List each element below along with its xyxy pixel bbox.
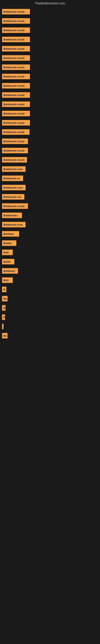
bottleneck-bar: Bottleneck result <box>2 27 30 33</box>
bar-label: Bottleneck resu <box>3 223 23 226</box>
bottleneck-bar: Bottleneck result <box>2 55 30 61</box>
bottleneck-bar: Bottleneck result <box>2 92 30 98</box>
bar-label: Bottleneck r <box>3 214 18 217</box>
bar-label: Bottleneck result <box>3 158 24 162</box>
bottleneck-bar: Bottlene <box>2 231 19 237</box>
bar-row: B <box>2 314 98 320</box>
bar-row: Bottleneck result <box>2 9 98 14</box>
bar-spacer <box>2 283 98 286</box>
bottleneck-bar: Bottleneck resu <box>2 222 26 228</box>
bar-row: Bottlenec <box>2 268 98 274</box>
bar-label: Bottleneck res <box>3 196 21 198</box>
bar-row: Bottleneck r <box>2 212 98 218</box>
bottleneck-bar: Bott <box>2 277 13 283</box>
bottleneck-bar: Bottlenec <box>2 268 18 274</box>
bottleneck-bar: Bottleneck result <box>2 148 28 153</box>
bar-row: Bottleneck result <box>2 18 98 24</box>
bar-spacer <box>2 144 98 148</box>
site-title: TheBottlenecker.com <box>0 0 100 7</box>
bar-spacer <box>2 98 98 102</box>
bar-label: Bottleneck result <box>3 149 24 152</box>
bar-label: Bottleneck result <box>3 84 24 87</box>
bar-spacer <box>2 237 98 240</box>
bottleneck-bar: Bottleneck result <box>2 120 30 126</box>
bar-spacer <box>2 153 98 157</box>
bar-row: Bottleneck result <box>2 203 98 209</box>
bar-spacer <box>2 172 98 176</box>
bar-row: Bottleneck result <box>2 157 98 162</box>
bar-row: Bott <box>2 277 98 283</box>
bar-spacer <box>2 200 98 203</box>
bottleneck-bar: Bott <box>2 250 13 255</box>
bar-label: Bottleneck result <box>3 10 24 13</box>
bar-spacer <box>2 135 98 138</box>
bar-label: B <box>3 306 5 310</box>
bar-label: Bottleneck result <box>3 38 24 41</box>
bar-row: Bottleneck resu <box>2 185 98 190</box>
bar-label: Bottleneck resu <box>3 168 23 171</box>
bottleneck-bar: B <box>2 305 6 311</box>
bar-label: Bottler <box>3 242 12 245</box>
bar-spacer <box>2 274 98 277</box>
bottleneck-bar: Bottleneck res <box>2 194 24 200</box>
bottleneck-bar: Bottleneck result <box>2 111 30 116</box>
bottleneck-bar: Bottleneck result <box>2 74 30 79</box>
bottleneck-bar: Bottleneck result <box>2 83 30 88</box>
bar-row: Bottleneck result <box>2 111 98 116</box>
bar-row: Bottleneck re <box>2 176 98 181</box>
bar-row: Bottleneck resu <box>2 166 98 172</box>
bar-spacer <box>2 255 98 259</box>
bar-label: Bottleneck result <box>3 66 24 69</box>
bottleneck-bar: Bottleneck result <box>2 46 30 52</box>
bar-label: Bottleneck result <box>3 140 24 143</box>
bar-label: Bottleneck result <box>3 103 24 106</box>
bar-label: Bottleneck re <box>3 177 20 180</box>
bar-row: Bottleneck result <box>2 138 98 144</box>
bar-spacer <box>2 70 98 74</box>
bar-row: Bottleneck result <box>2 120 98 126</box>
bar-label: Bottleneck result <box>3 121 24 124</box>
bar-label: Bottleneck resu <box>3 186 23 189</box>
bar-label: Bottlenec <box>3 270 15 272</box>
bar-spacer <box>2 228 98 231</box>
site-title-container: TheBottlenecker.com <box>0 0 100 7</box>
bar-spacer <box>2 33 98 37</box>
bar-label: Bottleneck result <box>3 94 24 96</box>
bar-row: Bottleneck result <box>2 92 98 98</box>
bar-row: Bo <box>2 296 98 302</box>
bottleneck-bar: Bo <box>2 333 8 338</box>
bar-row: Bottlene <box>2 231 98 237</box>
bar-label: Bottleneck result <box>3 205 24 208</box>
bar-spacer <box>2 190 98 194</box>
bar-row: Bottler <box>2 240 98 246</box>
bar-row: B <box>2 305 98 311</box>
bar-label: Bottleneck result <box>3 56 24 60</box>
bottleneck-bar: Bottleneck r <box>2 212 22 218</box>
bar-label: Bo <box>3 297 7 300</box>
bar-spacer <box>2 329 98 333</box>
bar-label: Bottleneck result <box>3 20 24 22</box>
bar-spacer <box>2 302 98 305</box>
bottleneck-bar: Bottleneck result <box>2 102 30 107</box>
bottleneck-bar: B <box>2 314 5 320</box>
bar-label: B <box>3 316 5 319</box>
bar-row: Bottleneck result <box>2 74 98 79</box>
bar-row: B <box>2 286 98 292</box>
bar-label: B <box>3 288 5 291</box>
bar-row: Bottleneck res <box>2 194 98 200</box>
bar-label: Bottleneck result <box>3 47 24 50</box>
bottleneck-bar: Bottleneck re <box>2 176 23 181</box>
bar-row: Bo <box>2 333 98 338</box>
bar-row: Bottle <box>2 259 98 264</box>
bar-label: Bo <box>3 334 7 337</box>
bottleneck-bar: Bottleneck result <box>2 18 30 24</box>
bar-row: Bottleneck result <box>2 83 98 88</box>
bottleneck-bar: Bottleneck result <box>2 157 27 162</box>
bar-spacer <box>2 181 98 185</box>
bar-row: Bottleneck result <box>2 46 98 52</box>
bar-row: Bottleneck result <box>2 148 98 153</box>
bar-row: Bottleneck result <box>2 64 98 70</box>
bar-spacer <box>2 61 98 64</box>
bar-label: Bottleneck result <box>3 112 24 115</box>
bar-spacer <box>2 24 98 27</box>
